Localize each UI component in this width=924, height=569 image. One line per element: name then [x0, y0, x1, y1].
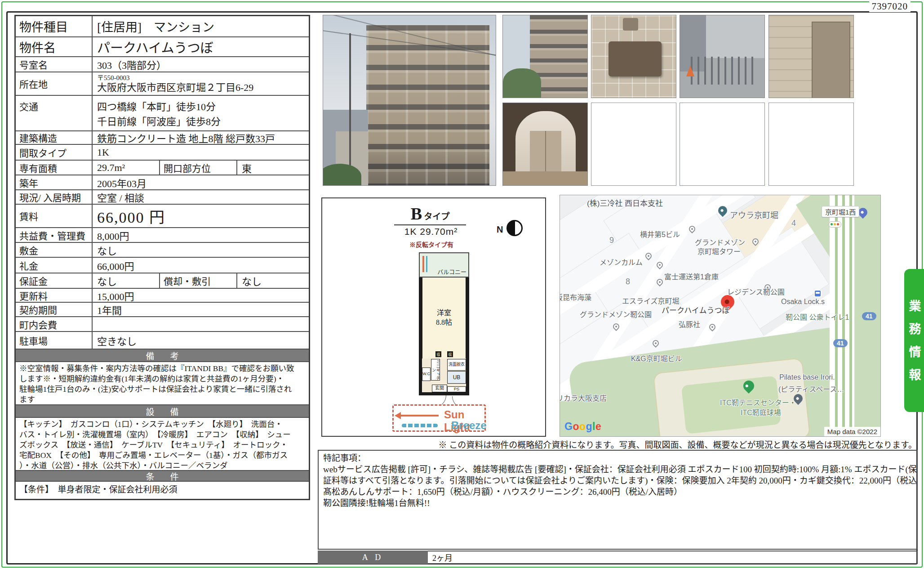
- table-row: 更新料 15,000円: [16, 288, 309, 302]
- map-label: 横井第5ビル: [640, 228, 680, 239]
- kitchen-cell: ミニキッチン: [431, 359, 440, 381]
- equipment-line: ズボックス 【放送・通信】 ケーブルTV 【セキュリティ】 オートロック・: [19, 440, 305, 450]
- table-row: 敷金 なし: [16, 242, 309, 257]
- map-label: メゾンカルム: [600, 256, 643, 267]
- row-label: 礼金: [16, 258, 93, 273]
- location-map: (株)三冷社 西日本支社 アウラ京町堀 京町堀1西 4 9 横井第5ビル グラン…: [560, 195, 881, 437]
- address-value: 〒550-0003 大阪府大阪市西区京町堀２丁目6-29: [93, 72, 309, 95]
- table-row: 専有面積 29.7m² 開口部方位 東: [16, 160, 309, 175]
- room-size: 8.8帖: [436, 318, 452, 327]
- row-label: 築年: [16, 175, 93, 189]
- photo-entrance-sign: [591, 15, 676, 98]
- remarks-text: ※空室情報・募集条件・案内方法等の確認は『ITANDI BB』で確認をお願い致 …: [16, 361, 309, 404]
- structure-value: 鉄筋コンクリート造 地上8階 総戸数33戸: [93, 131, 309, 144]
- photo-bicycle-parking: [680, 15, 765, 98]
- closet-cell: 収: [447, 351, 453, 357]
- map-label: 京町堀タワー: [697, 246, 741, 256]
- map-label: アウラ京町堀: [730, 209, 778, 220]
- map-label: 4: [791, 219, 796, 228]
- floorplan-panel: B タイプ 1K 29.70m² ※反転タイプ有 N バルコニー 洋室 8.8帖…: [321, 197, 546, 437]
- map-label: (株)三冷社 西日本支社: [587, 197, 663, 208]
- ps-cell: PS: [447, 386, 466, 392]
- built-value: 2005年03月: [93, 175, 309, 189]
- closet-cell: 収: [435, 351, 441, 357]
- row-label: 敷金: [16, 243, 93, 257]
- road-median: [849, 195, 852, 437]
- sunlight-arrow-icon: [400, 415, 439, 417]
- remarks-line: します※・短期解約違約金有(1年未満の解約は家賃と共益費の1ヶ月分要)・: [19, 374, 305, 384]
- disclaimer-note: ※ この資料は物件の概略紹介資料になります。写真、間取図面、設備、概要などが現況…: [439, 438, 917, 450]
- special-notes-line: 髙松あんしんサポート：1,650円（税込/月額）・ハウスクリーニング：26,40…: [323, 486, 912, 497]
- row-label: 更新料: [16, 289, 93, 302]
- conditions-header: 条 件: [16, 470, 309, 481]
- table-row: 物件種目 [住居用] マンション: [16, 16, 309, 36]
- main-room: 洋室 8.8帖: [419, 278, 469, 358]
- map-label: K&G京町堀ビル: [631, 353, 682, 363]
- row-label: 駐車場: [16, 332, 93, 349]
- row-label: 専有面積: [16, 161, 93, 175]
- washroom-cell: 洗面脱衣: [447, 359, 466, 371]
- row-label: 町内会費: [16, 317, 93, 331]
- special-notes-box: 特記事項： webサービス広告掲載 [許可]・チラシ、雑誌等掲載広告 [要確認]…: [318, 450, 918, 550]
- equipment-text: 【キッチン】 ガスコンロ（1口）・システムキッチン 【水廻り】 洗面台・ バス・…: [16, 417, 309, 470]
- row-label: 共益費・管理費: [16, 228, 93, 242]
- conditions-text: 【条件】 単身者限定・保証会社利用必須: [16, 481, 309, 499]
- equipment-line: 【キッチン】 ガスコンロ（1口）・システムキッチン 【水廻り】 洗面台・: [19, 419, 305, 430]
- special-notes-line: 証料等はすべて引落となります。引落開始については保証会社よりご案内いたします)・…: [323, 475, 912, 486]
- row-label: 交通: [16, 96, 93, 130]
- row-label: 償却・敷引: [159, 273, 237, 288]
- floorplan-spec: 1K 29.70m²: [391, 226, 471, 237]
- remarks-line: 駐輪場1住戸1台のみ・(注)安心サポートは保証会社より家賃と一緒に引落され: [19, 384, 305, 394]
- balcony-area: バルコニー: [419, 252, 469, 278]
- address-text: 大阪府大阪市西区京町堀２丁目6-29: [97, 82, 253, 93]
- traffic-light-icon: [829, 221, 841, 228]
- photo-placeholder-empty: [591, 103, 676, 186]
- parking-value: 空きなし: [93, 332, 309, 349]
- map-attribution: Map data ©2022: [824, 427, 880, 436]
- renewal-fee-value: 15,000円: [93, 289, 309, 302]
- remarks-line: ※空室情報・募集条件・案内方法等の確認は『ITANDI BB』で確認をお願い致: [19, 363, 305, 374]
- remarks-header: 備 考: [16, 349, 309, 361]
- map-label: 8: [626, 277, 630, 287]
- contract-term-value: 1年間: [93, 303, 309, 316]
- special-notes-title: 特記事項：: [323, 453, 912, 464]
- table-row: 建築構造 鉄筋コンクリート造 地上8階 総戸数33戸: [16, 130, 309, 144]
- photo-building-exterior: [323, 15, 496, 186]
- row-label: 間取タイプ: [16, 145, 93, 160]
- direction-value: 東: [237, 161, 310, 175]
- row-label: 現況/ 入居時期: [16, 190, 93, 204]
- town-fee-value: [93, 317, 309, 331]
- ub-cell: UB: [447, 371, 466, 384]
- table-row: 駐車場 空きなし: [16, 331, 309, 349]
- table-row: 町内会費: [16, 316, 309, 331]
- map-label: 富士運送第1倉庫: [664, 271, 719, 282]
- status-value: 空室 / 相談: [93, 190, 309, 204]
- route-badge: 41: [862, 312, 876, 320]
- map-label: Pilates base Irori.: [779, 373, 835, 381]
- document-number: 7397020: [869, 1, 911, 12]
- table-row: 契約期間 1年間: [16, 302, 309, 316]
- sunlight-breeze-legend: Sun Light Breeze: [392, 404, 486, 432]
- remarks-line: ます: [19, 394, 305, 404]
- map-label: ITC靭庭球場: [741, 407, 781, 417]
- equipment-header: 設 備: [16, 404, 309, 417]
- table-row: 号室名 303（3階部分）: [16, 56, 309, 72]
- entrance-cell: 玄関: [432, 385, 447, 392]
- property-type-value: [住居用] マンション: [93, 16, 309, 36]
- row-label: 物件名: [16, 37, 93, 56]
- photo-placeholder-empty: [680, 103, 765, 186]
- breeze-label: Breeze: [451, 419, 487, 432]
- map-label: 弘豚社: [679, 318, 700, 329]
- table-row: 間取タイプ 1K: [16, 144, 309, 160]
- sun-mark-icon: [422, 256, 424, 272]
- photo-entrance-door: [769, 15, 854, 98]
- property-table: 物件種目 [住居用] マンション 物件名 パークハイムうつぼ 号室名 303（3…: [14, 15, 310, 500]
- table-row: 礼金 66,000円: [16, 257, 309, 273]
- row-label: 保証金: [16, 273, 93, 288]
- map-label: Osaka Lock.s: [781, 298, 825, 306]
- floorplan-type-suffix: タイプ: [424, 212, 449, 221]
- balcony-label: バルコニー: [437, 267, 466, 276]
- table-row: 交通 四つ橋線「本町」徒歩10分 千日前線「阿波座」徒歩8分: [16, 95, 309, 130]
- map-label: (ピラティスペース…: [778, 383, 844, 394]
- room-no-value: 303（3階部分）: [93, 57, 309, 72]
